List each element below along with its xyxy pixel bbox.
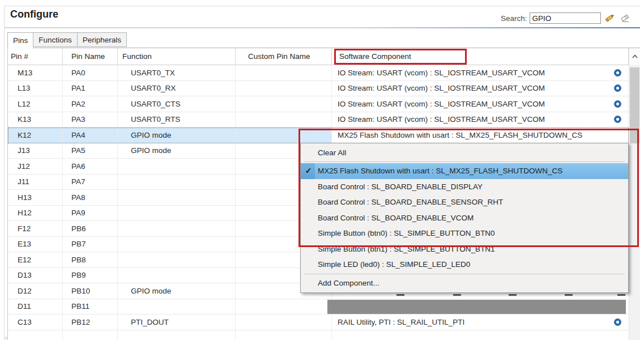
cell-function (118, 221, 236, 237)
table-row-c13[interactable]: C13PB12PTI_DOUTRAIL Utility, PTI : SL_RA… (8, 314, 629, 330)
cell-pin: L12 (8, 96, 63, 112)
table-row-k12[interactable]: K12PA4GPIO modeMX25 Flash Shutdown with … (8, 128, 629, 143)
vertical-scrollbar[interactable] (629, 48, 640, 340)
cell-pin: D11 (8, 299, 63, 315)
menu-item-label: Simple LED (led0) : SL_SIMPLE_LED_LED0 (318, 260, 470, 269)
menu-item-simple-button-btn1-sl-simple-button-btn1[interactable]: Simple Button (btn1) : SL_SIMPLE_BUTTON_… (301, 241, 628, 257)
column-header-pin-name[interactable]: Pin Name (63, 48, 118, 65)
cell-function (118, 299, 236, 315)
menu-item-simple-led-led0-sl-simple-led-led0[interactable]: Simple LED (led0) : SL_SIMPLE_LED_LED0 (301, 257, 628, 273)
cell-software-component[interactable] (332, 330, 629, 340)
table-row-k13[interactable]: K13PA3USART0_RTSIO Stream: USART (vcom) … (8, 112, 629, 128)
marker-pen-icon[interactable] (604, 12, 616, 24)
search-area: Search: (501, 11, 632, 25)
menu-item-label: Clear All (318, 148, 346, 157)
header-separator (4, 27, 640, 28)
cell-pin: J13 (8, 143, 63, 159)
cell-pin-name: PB11 (63, 299, 118, 315)
column-header-custom-pin-name[interactable]: Custom Pin Name (236, 48, 332, 65)
cell-pin: M13 (8, 65, 63, 81)
menu-item-board-control-sl-board-enable-display[interactable]: Board Control : SL_BOARD_ENABLE_DISPLAY (301, 179, 628, 195)
search-label: Search: (501, 14, 527, 23)
software-component-text: IO Stream: USART (vcom) : SL_IOSTREAM_US… (338, 115, 545, 124)
cell-software-component[interactable]: IO Stream: USART (vcom) : SL_IOSTREAM_US… (332, 112, 629, 128)
cell-pin: J11 (8, 175, 63, 190)
gear-icon[interactable] (614, 84, 621, 92)
gear-icon[interactable] (614, 100, 621, 108)
cell-pin-name: PA5 (63, 143, 118, 159)
cell-software-component[interactable]: IO Stream: USART (vcom) : SL_IOSTREAM_US… (332, 81, 629, 97)
menu-item-board-control-sl-board-enable-vcom[interactable]: Board Control : SL_BOARD_ENABLE_VCOM (301, 210, 628, 226)
page-title: Configure (10, 8, 58, 20)
cell-pin-name: PA9 (63, 206, 118, 222)
cell-pin: E12 (8, 252, 63, 268)
menu-item-clear-all[interactable]: Clear All (301, 145, 628, 161)
table-row-l13[interactable]: L13PA1USART0_RXIO Stream: USART (vcom) :… (8, 81, 629, 97)
cell-pin: E13 (8, 237, 63, 253)
table-row[interactable] (8, 330, 629, 340)
column-header-function[interactable]: Function (118, 48, 236, 65)
eraser-icon[interactable] (619, 12, 632, 24)
cell-software-component[interactable] (332, 299, 629, 315)
cell-pin: L13 (8, 81, 63, 97)
cell-function (118, 237, 236, 253)
cell-pin-name: PA3 (63, 112, 118, 128)
gear-icon[interactable] (614, 318, 621, 326)
column-header-software-component[interactable]: Software Component (332, 48, 629, 65)
tab-bar: PinsFunctionsPeripherals (7, 32, 127, 48)
menu-item-simple-button-btn0-sl-simple-button-btn0[interactable]: Simple Button (btn0) : SL_SIMPLE_BUTTON_… (301, 226, 628, 241)
cell-function: PTI_DOUT (118, 314, 236, 330)
menu-item-add-component[interactable]: Add Component... (301, 275, 628, 291)
cell-function: USART0_RX (118, 81, 236, 97)
tab-pins[interactable]: Pins (7, 32, 33, 48)
cell-software-component[interactable]: IO Stream: USART (vcom) : SL_IOSTREAM_US… (332, 96, 629, 112)
cell-pin-name: PB6 (63, 221, 118, 237)
cell-pin-name: PA8 (63, 190, 118, 206)
cell-pin-name (63, 330, 118, 340)
cell-function: GPIO mode (118, 283, 236, 299)
cell-software-component[interactable]: IO Stream: USART (vcom) : SL_IOSTREAM_US… (332, 65, 629, 81)
cell-pin-name: PB8 (63, 252, 118, 268)
cell-pin: D12 (8, 283, 63, 299)
cell-custom-pin-name (236, 128, 332, 143)
table-row-l12[interactable]: L12PA2USART0_CTSIO Stream: USART (vcom) … (8, 96, 629, 112)
cell-custom-pin-name (236, 81, 332, 97)
table-row-m13[interactable]: M13PA0USART0_TXIO Stream: USART (vcom) :… (8, 65, 629, 81)
gear-icon[interactable] (614, 69, 621, 76)
cell-software-component[interactable]: RAIL Utility, PTI : SL_RAIL_UTIL_PTI (332, 314, 629, 330)
column-header-pin-[interactable]: Pin # (8, 48, 63, 65)
software-component-text: IO Stream: USART (vcom) : SL_IOSTREAM_US… (338, 69, 545, 77)
gear-icon[interactable] (614, 116, 621, 123)
gray-placeholder-bar (327, 300, 626, 314)
menu-item-label: Simple Button (btn1) : SL_SIMPLE_BUTTON_… (318, 245, 495, 253)
cell-pin-name: PB7 (63, 237, 118, 253)
cell-function: GPIO mode (118, 128, 236, 143)
menu-item-label: Simple Button (btn0) : SL_SIMPLE_BUTTON_… (318, 229, 495, 237)
cell-function (118, 159, 236, 175)
cell-function (118, 252, 236, 268)
cell-pin-name: PA6 (63, 159, 118, 175)
search-input[interactable] (530, 12, 601, 24)
software-component-text: IO Stream: USART (vcom) : SL_IOSTREAM_US… (338, 100, 545, 108)
cell-software-component[interactable]: MX25 Flash Shutdown with usart : SL_MX25… (332, 128, 629, 143)
cell-function: USART0_RTS (118, 112, 236, 128)
chevron-up-icon[interactable] (629, 48, 640, 65)
cell-pin-name: PA4 (63, 128, 118, 143)
tab-functions[interactable]: Functions (33, 32, 77, 47)
panel-border (4, 6, 5, 340)
tab-peripherals[interactable]: Peripherals (77, 32, 127, 47)
menu-item-label: Board Control : SL_BOARD_ENABLE_SENSOR_R… (318, 198, 503, 206)
cell-pin (8, 330, 63, 340)
cell-pin-name: PA0 (63, 65, 118, 81)
menu-item-board-control-sl-board-enable-sensor-rht[interactable]: Board Control : SL_BOARD_ENABLE_SENSOR_R… (301, 194, 628, 210)
obscured-text-fragment (617, 294, 625, 296)
menu-item-mx25-flash-shutdown-with-usart-sl-mx25-flash-shutdown-cs[interactable]: ✓MX25 Flash Shutdown with usart : SL_MX2… (301, 163, 628, 179)
cell-pin: D13 (8, 268, 63, 284)
cell-function (118, 206, 236, 222)
obscured-text-fragment (453, 294, 461, 296)
software-component-text: MX25 Flash Shutdown with usart : SL_MX25… (338, 131, 582, 139)
table-row-d11[interactable]: D11PB11 (8, 299, 629, 315)
cell-custom-pin-name (236, 299, 332, 315)
cell-function: GPIO mode (118, 143, 236, 159)
scrollbar-thumb[interactable] (630, 67, 639, 143)
